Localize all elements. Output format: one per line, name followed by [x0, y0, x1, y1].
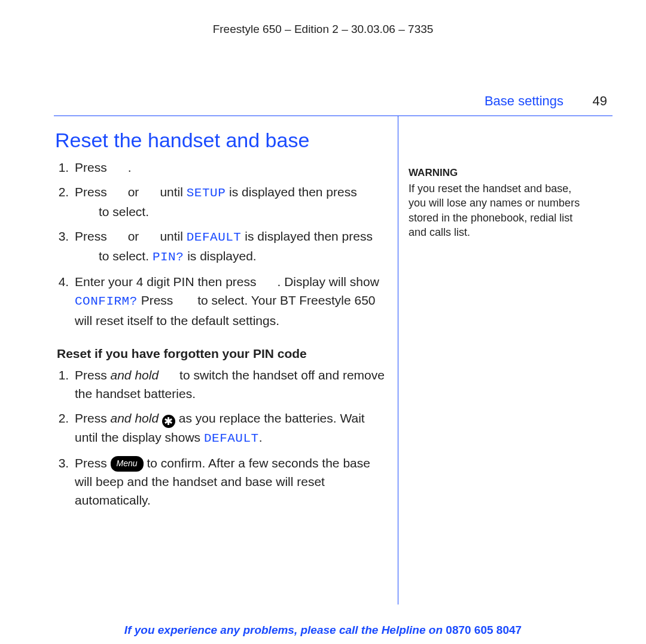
text: Press: [75, 229, 111, 243]
step-item: Press Menu to confirm. After a few secon…: [72, 454, 387, 509]
text: until: [157, 185, 187, 199]
step-item: Press and hold ✱ as you replace the batt…: [72, 409, 387, 448]
step-item: Press or until DEFAULT is displayed then…: [72, 227, 387, 266]
text: is displayed then press: [226, 185, 356, 199]
text: is displayed.: [184, 249, 256, 263]
steps-secondary: Press and hold to switch the handset off…: [57, 366, 387, 509]
text: Press: [75, 185, 111, 199]
page-title: Reset the handset and base: [55, 129, 387, 152]
lcd-text: SETUP: [187, 186, 226, 200]
subheading: Reset if you have forgotten your PIN cod…: [57, 347, 387, 361]
warning-body: If you reset the handset and base, you w…: [409, 181, 588, 239]
lcd-text: PIN?: [153, 250, 184, 264]
text: .: [128, 160, 132, 174]
divider-vertical: [398, 116, 398, 604]
menu-key-icon: Menu: [111, 456, 144, 472]
text: and hold: [111, 368, 159, 382]
text: is displayed then press: [241, 229, 372, 243]
doc-meta: Freestyle 650 – Edition 2 – 30.03.06 – 7…: [0, 23, 646, 36]
text: or: [124, 185, 142, 199]
footer-helpline: If you experience any problems, please c…: [0, 624, 646, 637]
lcd-text: DEFAULT: [204, 432, 259, 445]
main-column: Reset the handset and base Press . Press…: [55, 129, 387, 525]
text: .: [259, 430, 263, 444]
step-item: Press or until SETUP is displayed then p…: [72, 183, 387, 221]
text: Press: [75, 411, 111, 425]
step-item: Press and hold to switch the handset off…: [72, 366, 387, 403]
helpline-number: 0870 605 8047: [446, 624, 522, 636]
steps-primary: Press . Press or until SETUP is displaye…: [57, 158, 387, 330]
manual-page: Freestyle 650 – Edition 2 – 30.03.06 – 7…: [0, 0, 646, 644]
text: or: [124, 229, 142, 243]
text: to select.: [99, 249, 153, 263]
lcd-text: CONFIRM?: [75, 294, 138, 308]
text: . Display will show: [278, 275, 379, 288]
text: until: [157, 229, 187, 243]
section-label: Base settings: [484, 93, 563, 109]
sidebar-note: WARNING If you reset the handset and bas…: [409, 166, 588, 239]
step-item: Enter your 4 digit PIN then press . Disp…: [72, 272, 387, 329]
text: Press: [75, 160, 111, 174]
lcd-text: DEFAULT: [187, 230, 242, 244]
text: Enter your 4 digit PIN then press: [75, 275, 260, 288]
text: Press: [75, 456, 111, 470]
text: If you experience any problems, please c…: [124, 624, 446, 636]
text: Press: [138, 293, 176, 307]
step-item: Press .: [72, 158, 387, 177]
text: and hold: [111, 411, 159, 425]
text: Press: [75, 368, 111, 382]
warning-heading: WARNING: [409, 166, 588, 180]
text: to select.: [99, 205, 149, 218]
page-number: 49: [593, 93, 607, 109]
star-key-icon: ✱: [162, 415, 175, 428]
divider-horizontal: [54, 116, 613, 116]
